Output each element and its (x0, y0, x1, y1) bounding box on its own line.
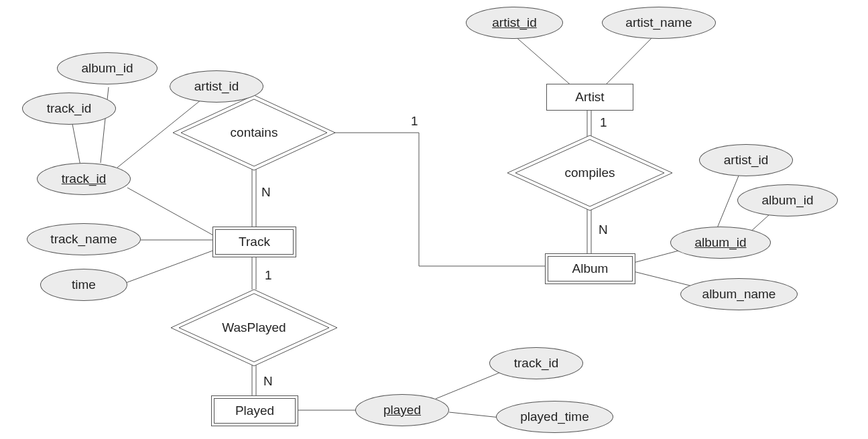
attr-label: artist_id (492, 15, 537, 30)
relationship-compiles: compiles (506, 134, 674, 212)
attr-label: played_time (520, 410, 588, 424)
attr-label: track_id (62, 172, 107, 186)
svg-line-23 (436, 369, 509, 399)
attr-artist-name: artist_name (602, 7, 716, 39)
attr-label: artist_name (625, 15, 692, 30)
entity-label: Track (239, 235, 270, 249)
attr-played-time: played_time (496, 401, 613, 433)
attr-album-id-pk: album_id (670, 227, 771, 259)
entity-artist: Artist (546, 84, 633, 111)
cardinality-compiles-album: N (599, 223, 608, 237)
attr-played-track-id: track_id (489, 347, 583, 379)
attr-played-pk: played (355, 394, 449, 426)
entity-label: Played (235, 403, 274, 418)
attr-track-id-discrim: track_id (22, 92, 116, 125)
attr-track-name: track_name (27, 223, 141, 255)
attr-album-artist-id: artist_id (699, 144, 793, 176)
entity-album: Album (545, 253, 635, 284)
attr-album-name: album_name (680, 278, 798, 310)
svg-line-1 (603, 36, 654, 87)
attr-label: track_id (514, 356, 559, 371)
svg-line-17 (127, 188, 214, 236)
cardinality-contains-album: 1 (411, 114, 418, 129)
cardinality-wasplayed-track: 1 (265, 268, 272, 283)
attr-label: track_name (50, 232, 117, 247)
cardinality-contains-track: N (261, 185, 271, 200)
attr-label: album_name (702, 287, 776, 302)
attr-label: album_id (694, 235, 746, 250)
attr-label: track_id (47, 101, 92, 116)
attr-label: album_id (81, 61, 133, 76)
attr-track-album-id: album_id (57, 52, 158, 84)
entity-label: Album (572, 261, 609, 276)
attr-label: artist_id (724, 153, 769, 168)
entity-track: Track (212, 227, 296, 257)
svg-marker-26 (515, 139, 664, 206)
attr-track-id-pk: track_id (37, 163, 131, 195)
attr-artist-id: artist_id (466, 7, 563, 39)
relationship-contains: contains (172, 94, 336, 172)
cardinality-compiles-artist: 1 (600, 115, 607, 130)
svg-line-0 (514, 36, 573, 87)
attr-album-id-discrim: album_id (737, 184, 838, 216)
attr-track-artist-id: artist_id (170, 70, 263, 103)
er-diagram: Artist artist_id artist_name compiles Al… (0, 0, 868, 439)
svg-line-14 (72, 121, 80, 166)
relationship-wasplayed: WasPlayed (170, 288, 338, 367)
cardinality-wasplayed-played: N (263, 374, 273, 389)
attr-label: played (383, 403, 421, 418)
entity-label: Artist (575, 90, 604, 105)
attr-label: album_id (761, 193, 813, 208)
svg-line-13 (124, 250, 214, 284)
entity-played: Played (211, 395, 298, 426)
attr-label: time (72, 277, 96, 292)
attr-label: artist_id (194, 79, 239, 94)
attr-track-time: time (40, 269, 127, 301)
svg-marker-28 (181, 99, 327, 166)
svg-marker-30 (179, 294, 329, 362)
